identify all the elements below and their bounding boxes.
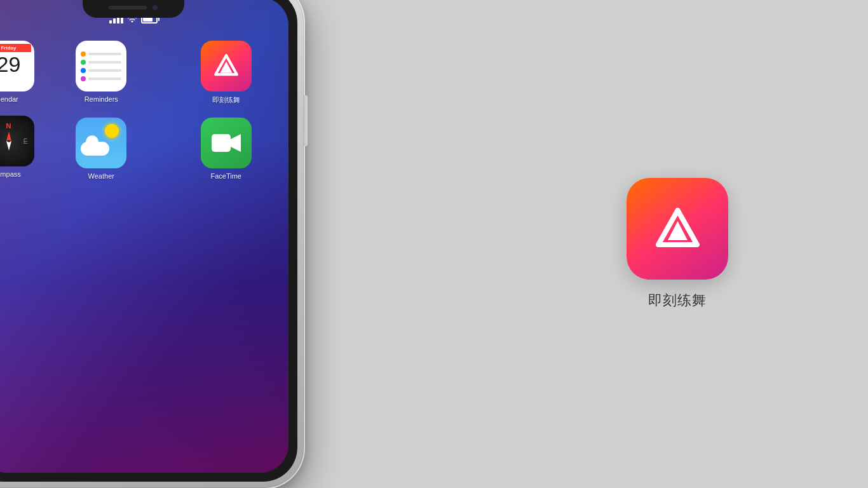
compass-label: ompass [0, 170, 21, 178]
main-app-grid: Reminders 即刻练舞 [39, 34, 288, 186]
reminder-line-3 [81, 68, 121, 73]
app-cell-facetime[interactable]: FaceTime [164, 111, 289, 186]
svg-rect-2 [212, 134, 231, 152]
app-cell-weather[interactable]: Weather [39, 111, 164, 186]
weather-label: Weather [88, 172, 114, 180]
left-partial-column: Friday 29 lendar N E [0, 34, 39, 184]
facetime-label: FaceTime [211, 172, 242, 180]
dance-app-icon-small[interactable] [201, 41, 252, 92]
calendar-app-icon-partial[interactable]: Friday 29 [0, 41, 34, 92]
svg-marker-1 [6, 141, 11, 151]
reminders-app-icon[interactable] [76, 41, 126, 92]
signal-bar-2 [113, 18, 116, 24]
phone-screen: Friday 29 lendar N E [0, 0, 288, 473]
compass-e: E [24, 138, 28, 145]
signal-bar-1 [109, 20, 112, 24]
calendar-label: lendar [0, 95, 18, 103]
power-button [304, 95, 308, 146]
reminder-dot-orange [81, 51, 86, 57]
large-app-icon[interactable] [627, 178, 728, 280]
reminder-line-1 [81, 51, 121, 57]
phone-mockup: Friday 29 lendar N E [0, 0, 330, 488]
phone-outer-shell: Friday 29 lendar N E [0, 0, 305, 488]
compass-app-icon-partial[interactable]: N E [0, 116, 34, 166]
app-row-1: Reminders 即刻练舞 [39, 34, 288, 111]
svg-marker-3 [231, 134, 241, 152]
dance-app-icon-large [648, 199, 708, 259]
large-app-label: 即刻练舞 [648, 291, 707, 310]
app-row-2: Weather FaceTime [39, 111, 288, 186]
weather-app-icon[interactable] [76, 118, 126, 168]
reminder-dot-blue [81, 68, 86, 73]
calendar-day: Friday [0, 44, 31, 52]
dance-label: 即刻练舞 [212, 95, 240, 105]
reminder-line-4 [81, 76, 121, 81]
svg-marker-0 [6, 132, 11, 141]
dance-icon-svg [211, 51, 241, 81]
speaker-grille [109, 6, 147, 10]
reminders-label: Reminders [85, 95, 118, 103]
compass-needle [0, 128, 22, 154]
weather-cloud-main [81, 142, 109, 156]
reminder-dot-green [81, 60, 86, 65]
app-cell-compass-partial[interactable]: N E ompass [0, 109, 39, 184]
app-cell-reminders[interactable]: Reminders [39, 34, 164, 111]
phone-inner-bezel: Friday 29 lendar N E [0, 0, 297, 482]
facetime-icon-svg [212, 132, 241, 154]
notch [83, 0, 184, 18]
reminder-line-2 [81, 60, 121, 65]
app-cell-dance[interactable]: 即刻练舞 [164, 34, 289, 111]
app-cell-calendar-partial[interactable]: Friday 29 lendar [0, 34, 39, 109]
reminder-text-2 [88, 61, 121, 64]
weather-sun [105, 124, 119, 138]
facetime-app-icon[interactable] [201, 118, 252, 168]
reminder-text-3 [88, 69, 121, 72]
reminder-dot-purple [81, 76, 86, 81]
large-icon-container: 即刻练舞 [627, 178, 728, 310]
calendar-date: 29 [0, 53, 20, 75]
home-screen-content: Friday 29 lendar N E [0, 28, 288, 473]
reminder-text-1 [88, 53, 121, 55]
reminder-text-4 [88, 78, 121, 80]
front-camera [152, 4, 158, 11]
